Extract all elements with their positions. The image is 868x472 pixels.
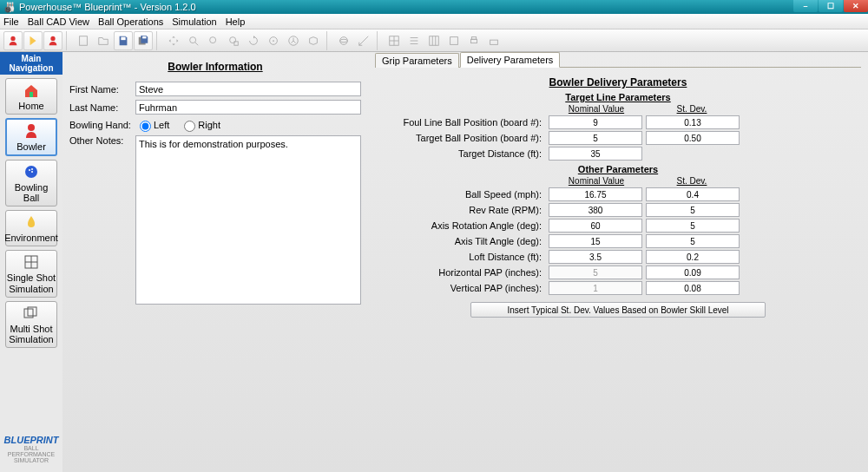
last-name-input[interactable] bbox=[135, 100, 361, 115]
rev-sd-input[interactable] bbox=[646, 203, 740, 217]
menu-ballcad[interactable]: Ball CAD View bbox=[28, 16, 89, 27]
toolbar-btn-list[interactable] bbox=[404, 31, 424, 50]
other-params-heading: Other Parameters bbox=[375, 164, 861, 174]
nav-environment[interactable]: Environment bbox=[5, 210, 57, 246]
toolbar-btn-red-person[interactable] bbox=[3, 31, 23, 50]
notes-label: Other Notes: bbox=[69, 135, 135, 146]
axt-sd-input[interactable] bbox=[646, 234, 740, 248]
app-icon: 🎳 bbox=[3, 2, 16, 13]
foul-nom-input[interactable] bbox=[549, 115, 642, 129]
toolbar-btn-cube[interactable] bbox=[304, 31, 323, 50]
toolbar-btn-zoom[interactable] bbox=[184, 31, 203, 50]
toolbar-btn-open[interactable] bbox=[94, 31, 113, 50]
first-name-label: First Name: bbox=[69, 84, 135, 95]
speed-label: Ball Speed (mph): bbox=[375, 189, 549, 200]
col-nominal: Nominal Value bbox=[549, 104, 644, 114]
hpap-nom-input bbox=[549, 266, 642, 279]
toolbar-btn-print[interactable] bbox=[464, 31, 483, 50]
hand-left-radio[interactable] bbox=[140, 121, 151, 132]
notes-textarea[interactable]: This is for demonstration purposes. bbox=[135, 135, 361, 305]
loft-sd-input[interactable] bbox=[646, 250, 740, 264]
toolbar-btn-save[interactable] bbox=[114, 31, 133, 50]
vpap-nom-input bbox=[549, 281, 642, 295]
nav-home[interactable]: Home bbox=[5, 78, 57, 115]
toolbar-btn-doc[interactable] bbox=[74, 31, 93, 50]
axr-label: Axis Rotation Angle (deg): bbox=[375, 220, 549, 231]
toolbar-btn-saveall[interactable] bbox=[134, 31, 153, 50]
nav-multi-label: Multi Shot Simulation bbox=[6, 324, 56, 344]
toolbar-btn-cal[interactable] bbox=[444, 31, 464, 50]
col-nominal-2: Nominal Value bbox=[549, 176, 644, 186]
hpap-sd-input[interactable] bbox=[646, 266, 740, 279]
tdist-nom-input[interactable] bbox=[549, 147, 642, 161]
svg-point-1 bbox=[50, 36, 55, 40]
vpap-sd-input[interactable] bbox=[646, 281, 740, 295]
toolbar-btn-measure[interactable] bbox=[354, 31, 373, 50]
hand-right-option[interactable]: Right bbox=[180, 118, 220, 132]
speed-sd-input[interactable] bbox=[646, 187, 740, 201]
toolbar-btn-zoomfit[interactable] bbox=[224, 31, 243, 50]
toolbar-btn-red-person-2[interactable] bbox=[43, 31, 62, 50]
speed-nom-input[interactable] bbox=[549, 187, 642, 201]
first-name-input[interactable] bbox=[135, 82, 361, 96]
svg-point-29 bbox=[28, 124, 35, 131]
toolbar-btn-table[interactable] bbox=[424, 31, 444, 50]
foul-sd-input[interactable] bbox=[646, 115, 740, 129]
menu-help[interactable]: Help bbox=[226, 16, 246, 27]
toolbar-btn-zoom2[interactable] bbox=[204, 31, 223, 50]
tpos-sd-input[interactable] bbox=[646, 131, 740, 145]
nav-home-label: Home bbox=[18, 101, 43, 111]
toolbar-btn-play[interactable] bbox=[23, 31, 43, 50]
tab-delivery[interactable]: Delivery Parameters bbox=[460, 52, 561, 68]
axr-sd-input[interactable] bbox=[646, 219, 740, 233]
toolbar-btn-grid[interactable] bbox=[385, 31, 404, 50]
nav-multi-shot[interactable]: Multi Shot Simulation bbox=[5, 301, 57, 348]
toolbar-btn-fan[interactable] bbox=[284, 31, 303, 50]
svg-point-14 bbox=[340, 39, 348, 43]
svg-rect-3 bbox=[121, 36, 125, 40]
bowler-info-panel: Bowler Information First Name: Last Name… bbox=[62, 52, 368, 472]
loft-nom-input[interactable] bbox=[549, 250, 642, 264]
foul-label: Foul Line Ball Position (board #): bbox=[375, 117, 549, 128]
tab-grip[interactable]: Grip Parameters bbox=[375, 53, 459, 68]
parameters-panel: Grip Parameters Delivery Parameters Bowl… bbox=[368, 52, 868, 472]
axt-nom-input[interactable] bbox=[549, 234, 642, 248]
toolbar-btn-export[interactable] bbox=[484, 31, 503, 50]
hand-left-option[interactable]: Left bbox=[135, 118, 169, 132]
nav-ball-label: Bowling Ball bbox=[6, 182, 56, 203]
insert-stdev-button[interactable]: Insert Typical St. Dev. Values Based on … bbox=[470, 302, 766, 318]
svg-point-11 bbox=[273, 40, 274, 42]
menu-bar: File Ball CAD View Ball Operations Simul… bbox=[0, 14, 868, 30]
nav-bowler[interactable]: Bowler bbox=[5, 118, 57, 156]
menu-ballops[interactable]: Ball Operations bbox=[98, 16, 163, 27]
nav-bowler-label: Bowler bbox=[16, 141, 46, 152]
toolbar-btn-globe[interactable] bbox=[334, 31, 353, 50]
axr-nom-input[interactable] bbox=[549, 219, 642, 233]
maximize-button[interactable]: ☐ bbox=[819, 0, 843, 12]
rev-nom-input[interactable] bbox=[549, 203, 642, 217]
menu-simulation[interactable]: Simulation bbox=[172, 16, 216, 27]
toolbar-btn-target[interactable] bbox=[264, 31, 283, 50]
svg-rect-4 bbox=[142, 36, 146, 38]
nav-single-shot[interactable]: Single Shot Simulation bbox=[5, 250, 57, 297]
close-button[interactable]: ✕ bbox=[844, 0, 868, 12]
tpos-nom-input[interactable] bbox=[549, 131, 642, 145]
toolbar-btn-refresh[interactable] bbox=[244, 31, 263, 50]
svg-point-7 bbox=[210, 36, 216, 43]
svg-point-8 bbox=[230, 36, 236, 43]
hand-right-radio[interactable] bbox=[184, 121, 195, 132]
window-title: Powerhouse™ Blueprint™ - Version 1.2.0 bbox=[19, 2, 865, 12]
tdist-label: Target Distance (ft): bbox=[375, 148, 549, 159]
delivery-heading: Bowler Delivery Parameters bbox=[375, 76, 861, 88]
logo-text: BLUEPRINT bbox=[4, 435, 59, 445]
svg-line-6 bbox=[195, 42, 199, 45]
svg-rect-27 bbox=[490, 40, 498, 44]
toolbar-btn-move[interactable] bbox=[164, 31, 183, 50]
svg-rect-24 bbox=[450, 36, 458, 44]
svg-rect-28 bbox=[30, 92, 33, 97]
minimize-button[interactable]: – bbox=[793, 0, 818, 12]
logo: BLUEPRINT BALL PERFORMANCE SIMULATOR bbox=[0, 429, 63, 469]
last-name-label: Last Name: bbox=[69, 102, 135, 113]
menu-file[interactable]: File bbox=[3, 16, 19, 27]
nav-ball[interactable]: Bowling Ball bbox=[5, 160, 57, 206]
